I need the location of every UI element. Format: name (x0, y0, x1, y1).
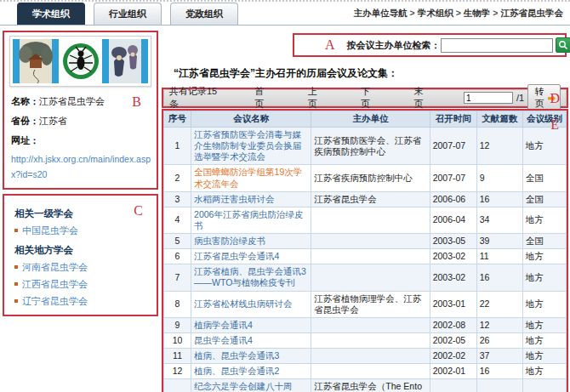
level-cell: 地方 (522, 317, 566, 332)
tab-1[interactable]: 学术组织 (17, 3, 85, 25)
top-tab-bar: 学术组织行业组织党政组织 主办单位导航>学术组织>生物学>江苏省昆虫学会 (0, 0, 570, 26)
row-number: 5 (164, 234, 191, 249)
document-count-cell: 9 (476, 165, 522, 191)
conference-name-cell: 病虫害防治绿皮书 (191, 234, 311, 249)
related-local-list: 河南省昆虫学会江西省昆虫学会辽宁省昆虫学会 (11, 261, 150, 308)
list-item: 江西省昆虫学会 (14, 278, 150, 291)
search-icon-button[interactable] (556, 37, 570, 53)
organizer-cell: 江苏省预防医学会、江苏省疾病预防控制中心 (311, 128, 430, 165)
conference-name-cell: 江苏省昆虫学会通讯4 (191, 249, 311, 264)
society-url-label: 网址： (11, 135, 39, 145)
society-link[interactable]: 辽宁省昆虫学会 (22, 295, 88, 308)
annotation-letter-b: B (132, 95, 141, 109)
page-number-input[interactable] (464, 92, 513, 104)
row-number: 3 (164, 191, 191, 207)
table-row: 7江苏省植病、昆虫学会通讯3——WTO与植物检疫专刊2003-0216地方 (164, 264, 567, 291)
conference-name-cell: 江苏省预防医学会消毒与媒介生物防制专业委员会换届选举暨学术交流会 (191, 128, 311, 165)
society-info: 名称：江苏省昆虫学会 省份：江苏省 网址： http://xh.jskx.org… (9, 95, 151, 183)
level-cell: 地方 (522, 264, 566, 291)
document-count-cell: 22 (476, 291, 522, 317)
conference-link[interactable]: 江苏省昆虫学会通讯4 (194, 251, 279, 261)
annotation-box-b: B (3, 31, 158, 190)
conference-link[interactable]: 水稻两迁害虫研讨会 (194, 194, 275, 204)
conference-link[interactable]: 江苏省预防医学会消毒与媒介生物防制专业委员会换届选举暨学术交流会 (194, 129, 301, 162)
conference-link[interactable]: 纪念六足学会创建八十周年、江苏省昆虫学会四十周年论文集粹 (194, 381, 301, 392)
list-item: 河南省昆虫学会 (14, 261, 150, 274)
conference-link[interactable]: 植病学会通讯4 (194, 320, 253, 330)
page-link-first[interactable]: 首页 (254, 85, 270, 111)
column-header: 主办单位 (311, 111, 430, 128)
bullet-icon (14, 282, 18, 286)
conference-link[interactable]: 江苏省植病、昆虫学会通讯3——WTO与植物检疫专刊 (194, 266, 306, 287)
row-number: 9 (164, 317, 191, 332)
conference-link[interactable]: 昆虫学会通讯4 (194, 335, 253, 345)
organizer-cell (311, 332, 430, 348)
row-number: 1 (164, 128, 191, 165)
conference-name-cell: 江苏省植病、昆虫学会通讯3——WTO与植物检疫专刊 (191, 264, 311, 291)
table-header-row: 序号会议名称主办单位召开时间文献篇数会议级别 (164, 111, 567, 128)
conference-link[interactable]: 2006年江苏省病虫防治绿皮书 (194, 209, 303, 230)
annotation-letter-d: D (550, 92, 560, 105)
column-header: 文献篇数 (476, 111, 522, 128)
society-photo-card (9, 36, 151, 87)
society-link[interactable]: 江西省昆虫学会 (22, 278, 88, 291)
annotation-box-c: C 相关一级学会 中国昆虫学会 相关地方学会 河南省昆虫学会江西省昆虫学会辽宁省… (3, 194, 158, 316)
date-cell: 2007-07 (430, 165, 476, 191)
annotation-box-d: D 共有记录15条首页上页下页末页/1转页➡ (162, 88, 568, 108)
conference-link[interactable]: 全国蟑螂防治学组第19次学术交流年会 (194, 167, 302, 188)
table-row: 42006年江苏省病虫防治绿皮书2006-0434地方 (164, 207, 567, 233)
page-link-last[interactable]: 末页 (413, 85, 429, 111)
tab-3[interactable]: 党政组织 (170, 3, 238, 25)
date-cell: 2003-02 (430, 249, 476, 264)
society-province-value: 江苏省 (39, 116, 67, 126)
row-number: 4 (164, 207, 191, 233)
society-link[interactable]: 中国昆虫学会 (22, 224, 78, 237)
breadcrumb-item[interactable]: 学术组织 (418, 8, 453, 18)
conference-name-cell: 全国蟑螂防治学组第19次学术交流年会 (191, 165, 311, 191)
organizer-cell: 江苏省植物病理学会、江苏省昆虫学会 (311, 291, 430, 317)
organizer-cell: 江苏省疾病预防控制中心 (311, 165, 430, 191)
breadcrumb-item[interactable]: 江苏省昆虫学会 (501, 8, 564, 18)
document-count-cell: 37 (476, 349, 522, 364)
society-name-line: 名称：江苏省昆虫学会 (11, 95, 151, 108)
list-item: 中国昆虫学会 (14, 224, 150, 237)
bullet-icon (14, 229, 18, 232)
document-count-cell: 12 (476, 128, 522, 165)
conference-name-cell: 植病学会通讯4 (191, 317, 311, 332)
related-national-title: 相关一级学会 (14, 207, 150, 220)
page-total-suffix: /1 (516, 93, 524, 103)
search-input[interactable] (441, 38, 553, 53)
date-cell: 2000-11 (430, 379, 476, 392)
conference-link[interactable]: 植病、昆虫学会通讯2 (194, 366, 279, 376)
date-cell: 2003-01 (430, 291, 476, 317)
organizer-cell (311, 249, 430, 264)
column-header: 会议级别 (522, 111, 566, 128)
society-url-link[interactable]: http://xh.jskx.org.cn/main/index.aspx?id… (11, 152, 151, 183)
row-number: 6 (164, 249, 191, 264)
society-link[interactable]: 河南省昆虫学会 (22, 261, 88, 274)
bullet-icon (14, 265, 18, 269)
annotation-letter-c: C (134, 204, 143, 218)
conference-link[interactable]: 植病、昆虫学会通讯3 (194, 350, 279, 361)
tab-2[interactable]: 行业组织 (94, 3, 162, 25)
page-title: “江苏省昆虫学会”主办召开的历届会议及论文集： (174, 66, 568, 81)
level-cell: 地方 (522, 291, 566, 317)
society-name-label: 名称： (11, 96, 39, 106)
conference-link[interactable]: 病虫害防治绿皮书 (194, 236, 265, 246)
magnifier-icon (558, 40, 568, 50)
conference-table: 序号会议名称主办单位召开时间文献篇数会议级别 1江苏省预防医学会消毒与媒介生物防… (163, 111, 567, 392)
conference-link[interactable]: 江苏省松材线虫病研讨会 (194, 298, 293, 309)
row-number: 13 (164, 379, 191, 392)
breadcrumb-item[interactable]: 主办单位导航 (354, 8, 408, 18)
breadcrumb-separator: > (493, 8, 498, 18)
document-count-cell: 16 (476, 264, 522, 291)
row-number: 7 (164, 264, 191, 291)
document-count-cell: 16 (476, 191, 522, 207)
page-link-next[interactable]: 下页 (361, 85, 376, 111)
society-photo-1 (13, 39, 59, 83)
breadcrumb-item[interactable]: 生物学 (464, 8, 491, 18)
column-header: 召开时间 (430, 111, 476, 128)
page-link-prev[interactable]: 上页 (308, 85, 323, 111)
conference-name-cell: 江苏省松材线虫病研讨会 (191, 291, 311, 317)
level-cell: 地方 (522, 332, 566, 348)
